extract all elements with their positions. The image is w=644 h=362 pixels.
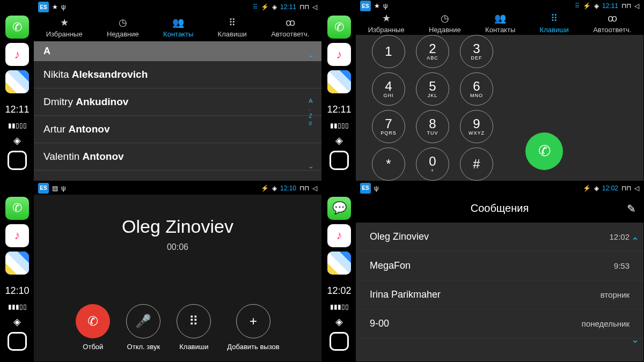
music-app-icon[interactable]: ♪ (327, 43, 351, 66)
maps-app-icon[interactable] (327, 70, 351, 93)
phone-app-icon[interactable]: ✆ (5, 16, 29, 39)
contact-row[interactable]: Nikita Aleksandrovich (34, 61, 321, 88)
dialpad-status-icon: ⠿ (575, 2, 580, 10)
wifi-status-icon: ◈ (594, 2, 599, 10)
back-icon[interactable]: ◁ (312, 184, 317, 192)
mic-off-icon: 🎤 (126, 304, 160, 338)
music-app-icon[interactable]: ♪ (5, 224, 29, 247)
tab-voicemail[interactable]: ꝏАвтоответч. (271, 17, 309, 38)
home-button[interactable] (330, 151, 349, 169)
sidebar: ✆ ♪ 12:11 ▮▮▯▯▯ ◈ (323, 1, 356, 181)
signal-icon: ▮▮▮▯▯ (8, 303, 27, 311)
chevron-up-icon[interactable]: ⌃ (631, 235, 639, 247)
key-2[interactable]: 2ABC (416, 35, 449, 68)
message-row[interactable]: Irina Parikmaherвторник (356, 280, 643, 309)
key-#[interactable]: # (460, 147, 493, 181)
content: ES ▤ ψ ⚡ ◈ 12:10 ⊓⊓ ◁ Oleg Zinoviev 00:0… (34, 182, 321, 362)
maps-app-icon[interactable] (5, 252, 29, 275)
battery-icon: ⊓⊓ (621, 184, 631, 192)
key-*[interactable]: * (372, 147, 405, 181)
back-icon[interactable]: ◁ (312, 3, 317, 11)
sidebar: 💬 ♪ 12:02 ▮▮▮▯▯ ◈ (323, 182, 356, 362)
chevron-down-icon[interactable]: ⌄ (631, 334, 639, 345)
home-button[interactable] (8, 332, 27, 351)
usb-icon: ψ (383, 2, 388, 10)
clock-icon: ◷ (441, 12, 449, 24)
key-4[interactable]: 4GHI (372, 72, 405, 106)
tab-contacts[interactable]: 👥Контакты (485, 12, 515, 34)
content: ES ★ ψ ⠿ ⚡ ◈ 12:11 ⊓⊓ ◁ ★Избранные ◷Неда… (34, 1, 321, 181)
key-3[interactable]: 3DEF (460, 35, 493, 68)
home-button[interactable] (8, 151, 27, 169)
tab-recents[interactable]: ◷Недавние (429, 12, 461, 34)
wifi-status-icon: ◈ (272, 3, 277, 11)
wifi-icon: ◈ (13, 135, 21, 146)
tab-keypad[interactable]: ⠿Клавиши (218, 17, 247, 38)
voicemail-icon: ꝏ (608, 12, 617, 24)
maps-app-icon[interactable] (327, 252, 351, 275)
sidebar-clock: 12:10 (5, 285, 29, 297)
tab-keypad[interactable]: ⠿Клавиши (540, 12, 569, 34)
alpha-index[interactable]: ⌃ A . Z # ⌄ (304, 54, 317, 170)
sidebar: ✆ ♪ 12:10 ▮▮▮▯▯ ◈ (1, 182, 34, 362)
maps-app-icon[interactable] (5, 70, 29, 93)
dialpad-icon: ⠿ (551, 12, 558, 24)
key-7[interactable]: 7PQRS (372, 110, 405, 143)
chevron-up-icon[interactable]: ⌃ (308, 54, 314, 62)
key-0[interactable]: 0+ (416, 147, 449, 181)
section-header: A (34, 41, 321, 61)
message-row[interactable]: 9-00понедельник (356, 309, 643, 338)
sidebar-clock: 12:11 (327, 104, 351, 115)
battery-icon: ⊓⊓ (621, 2, 631, 10)
contact-row[interactable]: Artur Antonov (34, 116, 321, 143)
tabs: ★Избранные ◷Недавние 👥Контакты ⠿Клавиши … (356, 11, 643, 34)
wifi-icon: ◈ (335, 135, 343, 146)
hangup-action[interactable]: ✆Отбой (76, 304, 110, 351)
home-button[interactable] (330, 332, 349, 351)
wifi-status-icon: ◈ (594, 184, 599, 192)
status-time: 12:02 (602, 184, 618, 192)
people-icon: 👥 (172, 17, 184, 28)
key-5[interactable]: 5JKL (416, 72, 449, 106)
screen-incall: ✆ ♪ 12:10 ▮▮▮▯▯ ◈ ES ▤ ψ ⚡ ◈ 12:10 ⊓⊓ ◁ … (0, 181, 322, 363)
message-row[interactable]: MegaFon9:53 (356, 252, 643, 280)
signal-icon: ▮▮▮▯▯ (330, 303, 349, 311)
messages-app-icon[interactable]: 💬 (327, 197, 351, 220)
phone-app-icon[interactable]: ✆ (5, 197, 29, 220)
incall: Oleg Zinoviev 00:06 ✆Отбой 🎤Откл. звук ⠿… (34, 195, 321, 362)
add-call-action[interactable]: +Добавить вызов (227, 304, 279, 351)
contact-row[interactable]: Valentin Antonov (34, 143, 321, 171)
chevron-down-icon[interactable]: ⌄ (308, 162, 314, 170)
keypad-action[interactable]: ⠿Клавиши (177, 304, 211, 351)
mute-action[interactable]: 🎤Откл. звук (126, 304, 160, 351)
tab-recents[interactable]: ◷Недавние (107, 17, 139, 38)
call-button[interactable]: ✆ (525, 132, 563, 170)
statusbar: ES ψ ⚡ ◈ 12:02 ⊓⊓ ◁ (356, 182, 643, 195)
usb-icon: ψ (374, 184, 379, 192)
tab-voicemail[interactable]: ꝏАвтоответч. (593, 12, 631, 34)
music-app-icon[interactable]: ♪ (327, 224, 351, 247)
compose-icon[interactable]: ✎ (627, 202, 636, 215)
screen-contacts: ✆ ♪ 12:11 ▮▮▯▯▯ ◈ ES ★ ψ ⠿ ⚡ ◈ 12:11 ⊓⊓ … (0, 0, 322, 181)
tab-favorites[interactable]: ★Избранные (368, 12, 405, 34)
content: ES ψ ⚡ ◈ 12:02 ⊓⊓ ◁ Сообщения ✎ Oleg Zin… (356, 182, 643, 362)
status-time: 12:11 (280, 3, 296, 11)
key-6[interactable]: 6MNO (460, 72, 493, 106)
back-icon[interactable]: ◁ (634, 184, 639, 192)
back-icon[interactable]: ◁ (634, 2, 639, 10)
contact-row[interactable]: Dmitry Ankudinov (34, 88, 321, 116)
key-9[interactable]: 9WXYZ (460, 110, 493, 143)
key-8[interactable]: 8TUV (416, 110, 449, 143)
clock-icon: ◷ (119, 17, 127, 28)
phone-app-icon[interactable]: ✆ (327, 16, 351, 39)
key-1[interactable]: 1 (372, 35, 405, 68)
call-duration: 00:06 (167, 242, 188, 252)
music-app-icon[interactable]: ♪ (5, 43, 29, 66)
content: ES ★ ψ ⠿ ⚡ ◈ 12:11 ⊓⊓ ◁ ★Избранные ◷Неда… (356, 1, 643, 181)
statusbar: ES ★ ψ ⠿ ⚡ ◈ 12:11 ⊓⊓ ◁ (34, 1, 321, 13)
usb-icon: ψ (61, 3, 66, 11)
tab-favorites[interactable]: ★Избранные (46, 17, 83, 38)
screen-keypad: ✆ ♪ 12:11 ▮▮▯▯▯ ◈ ES ★ ψ ⠿ ⚡ ◈ 12:11 ⊓⊓ … (322, 0, 644, 181)
message-row[interactable]: Oleg Zinoviev12:02 (356, 223, 643, 252)
tab-contacts[interactable]: 👥Контакты (163, 17, 193, 38)
